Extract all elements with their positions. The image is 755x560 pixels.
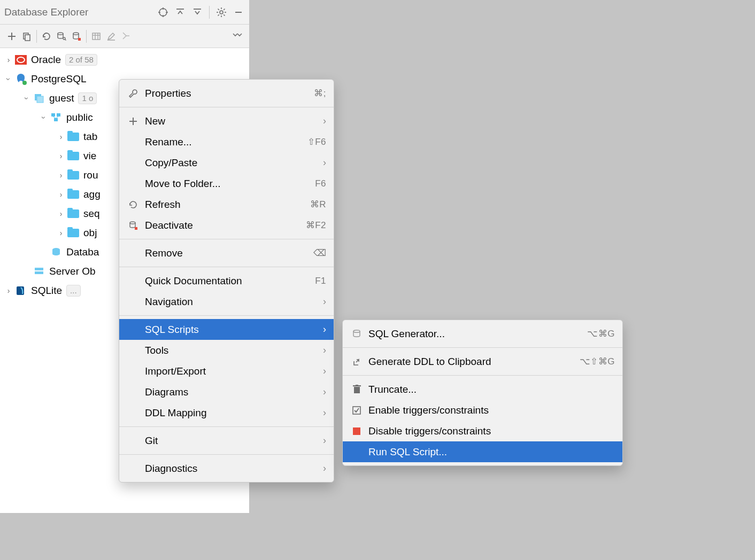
chevron-right-icon[interactable]: › — [56, 171, 66, 180]
shortcut: ⌥⌘G — [587, 328, 615, 339]
submenu-disable-triggers[interactable]: Disable triggers/constraints — [343, 421, 622, 441]
svg-rect-36 — [37, 96, 43, 103]
shortcut: F1 — [315, 276, 326, 286]
chevron-right-icon[interactable]: › — [56, 133, 66, 141]
server-icon — [32, 266, 46, 277]
submenu-truncate[interactable]: Truncate... — [343, 379, 622, 400]
separator — [209, 6, 210, 19]
refresh-icon — [126, 200, 141, 209]
folder-icon — [66, 189, 80, 200]
count-chip: ... — [66, 285, 81, 297]
shortcut: ⌫ — [313, 247, 327, 259]
svg-line-15 — [224, 9, 225, 10]
svg-point-50 — [353, 330, 360, 332]
chevron-down-icon[interactable]: › — [4, 74, 13, 84]
check-icon — [349, 406, 364, 415]
svg-rect-25 — [78, 38, 81, 41]
svg-line-40 — [53, 116, 56, 118]
chevron-right-icon[interactable]: › — [3, 56, 14, 64]
menu-move-folder[interactable]: Move to Folder... F6 — [119, 173, 334, 194]
duplicate-icon[interactable] — [19, 29, 34, 44]
deactivate-icon[interactable] — [69, 29, 84, 44]
chevron-right-icon[interactable]: › — [56, 152, 66, 160]
shortcut: F6 — [315, 178, 326, 189]
svg-point-34 — [22, 81, 27, 85]
node-label: PostgreSQL — [31, 73, 87, 85]
deactivate-icon — [126, 221, 141, 230]
chevron-down-icon[interactable]: › — [22, 93, 31, 104]
separator — [343, 375, 622, 376]
menu-diagnostics[interactable]: Diagnostics › — [119, 458, 334, 479]
node-label: guest — [49, 92, 74, 104]
svg-rect-37 — [51, 113, 55, 116]
menu-label: Diagnostics — [145, 463, 323, 475]
minimize-icon[interactable] — [231, 5, 246, 20]
plus-icon — [126, 117, 141, 126]
menu-label: DDL Mapping — [145, 407, 323, 419]
gear-icon[interactable] — [214, 5, 229, 20]
menu-label: SQL Generator... — [368, 328, 587, 340]
submenu-sql-generator[interactable]: SQL Generator... ⌥⌘G — [343, 323, 622, 344]
menu-sql-scripts[interactable]: SQL Scripts › — [119, 319, 334, 340]
target-icon[interactable] — [156, 5, 171, 20]
chevron-down-icon[interactable]: › — [40, 112, 48, 123]
chevron-right-icon[interactable]: › — [3, 286, 14, 295]
chevron-right-icon: › — [323, 435, 326, 446]
chevron-right-icon[interactable]: › — [56, 209, 66, 218]
collapse-up-icon[interactable] — [173, 5, 188, 20]
shortcut: ⇧F6 — [307, 136, 326, 147]
overflow-icon[interactable] — [230, 29, 245, 44]
menu-label: Copy/Paste — [145, 157, 323, 169]
chevron-right-icon[interactable]: › — [56, 190, 66, 199]
menu-copy-paste[interactable]: Copy/Paste › — [119, 152, 334, 173]
sql-scripts-submenu: SQL Generator... ⌥⌘G Generate DDL to Cli… — [342, 320, 623, 466]
chevron-right-icon[interactable]: › — [56, 229, 66, 237]
menu-ddl-mapping[interactable]: DDL Mapping › — [119, 402, 334, 423]
separator — [119, 107, 334, 107]
menu-tools[interactable]: Tools › — [119, 340, 334, 361]
table-icon[interactable] — [89, 29, 104, 44]
menu-label: Generate DDL to Clipboard — [368, 356, 580, 368]
svg-rect-55 — [353, 427, 360, 435]
menu-git[interactable]: Git › — [119, 430, 334, 451]
node-label: SQLite — [31, 285, 62, 297]
stop-icon — [349, 427, 364, 435]
jump-to-console-icon[interactable] — [119, 29, 134, 44]
menu-refresh[interactable]: Refresh ⌘R — [119, 194, 334, 215]
submenu-generate-ddl[interactable]: Generate DDL to Clipboard ⌥⇧⌘G — [343, 351, 622, 372]
shortcut: ⌥⇧⌘G — [580, 356, 615, 367]
menu-remove[interactable]: Remove ⌫ — [119, 243, 334, 263]
menu-deactivate[interactable]: Deactivate ⌘F2 — [119, 215, 334, 236]
refresh-icon[interactable] — [39, 29, 54, 44]
menu-navigation[interactable]: Navigation › — [119, 291, 334, 312]
menu-rename[interactable]: Rename... ⇧F6 — [119, 131, 334, 152]
plus-icon[interactable] — [4, 29, 19, 44]
menu-quick-doc[interactable]: Quick Documentation F1 — [119, 270, 334, 291]
context-menu: Properties ⌘; New › Rename... ⇧F6 Copy/P… — [119, 79, 334, 483]
menu-label: Quick Documentation — [145, 275, 315, 287]
menu-label: SQL Scripts — [145, 324, 323, 336]
menu-label: Diagrams — [145, 386, 323, 398]
menu-label: New — [145, 115, 323, 127]
menu-label: Enable triggers/constraints — [368, 405, 615, 416]
submenu-enable-triggers[interactable]: Enable triggers/constraints — [343, 400, 622, 421]
menu-diagrams[interactable]: Diagrams › — [119, 382, 334, 402]
menu-label: Disable triggers/constraints — [368, 425, 615, 437]
svg-line-23 — [65, 39, 66, 40]
node-label: Server Ob — [49, 266, 96, 277]
svg-point-24 — [73, 33, 79, 35]
menu-label: Import/Export — [145, 365, 323, 377]
svg-line-12 — [218, 9, 219, 10]
separator — [119, 239, 334, 239]
submenu-run-sql-script[interactable]: Run SQL Script... — [343, 441, 622, 462]
menu-import-export[interactable]: Import/Export › — [119, 361, 334, 382]
tree-node-oracle[interactable]: › Oracle 2 of 58 — [0, 50, 249, 69]
edit-icon[interactable] — [104, 29, 119, 44]
menu-properties[interactable]: Properties ⌘; — [119, 83, 334, 104]
separator — [86, 30, 87, 43]
datasource-properties-icon[interactable] — [54, 29, 69, 44]
expand-down-icon[interactable] — [190, 5, 205, 20]
shortcut: ⌘R — [310, 199, 326, 210]
menu-new[interactable]: New › — [119, 111, 334, 131]
chevron-right-icon: › — [323, 157, 326, 168]
